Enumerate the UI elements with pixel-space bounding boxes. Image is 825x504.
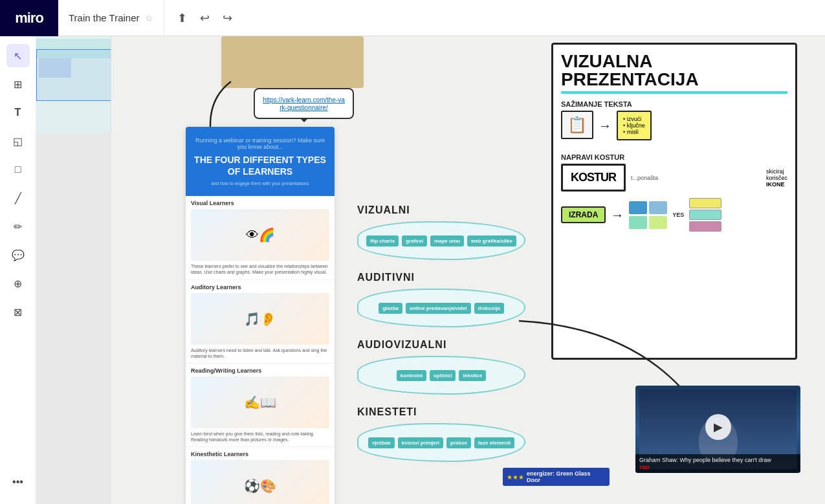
minimap-inner: [36, 36, 111, 133]
vizualni-tag-4: web grafika/slike: [467, 236, 516, 247]
auditory-learners-section: Auditory Learners 🎵👂 Auditory learners n…: [186, 280, 335, 364]
visual-learners-desc: These learners prefer to see and visuali…: [191, 263, 329, 275]
sticky-note-tool[interactable]: ◱: [6, 129, 30, 153]
auditivni-tag-3: diskusija: [474, 303, 504, 314]
vizualna-title: VIZUALNAPREZENTACIJA: [561, 52, 787, 94]
comment-tool[interactable]: 💬: [6, 243, 30, 267]
reading-learners-title: Reading/Writing Learners: [191, 367, 329, 374]
favorite-star-icon[interactable]: ☆: [145, 13, 153, 23]
energizer-badge[interactable]: ★★★ energizer: Green Glass Door: [503, 468, 610, 486]
topbar: miro Train the Trainer ☆ ⬆ ↩ ↪: [0, 0, 825, 36]
izrada-badge: IZRADA: [561, 206, 606, 223]
kinesteti-section: KINESTETI vježbae kvizovi primjeri praks…: [357, 406, 525, 462]
vizualni-tag-3: mape umu: [430, 236, 464, 247]
vark-diagram-area: VIZUALNI flip charts grafovi mape umu we…: [357, 204, 525, 504]
yes-label: YES: [672, 212, 684, 218]
infographic-card: Running a webinar or training session? M…: [186, 127, 335, 504]
redo-button[interactable]: ↪: [220, 8, 235, 28]
energizer-stars-icon: ★★★: [507, 474, 524, 481]
frames-tool[interactable]: ⊞: [6, 72, 30, 96]
upload-button[interactable]: ⬆: [175, 8, 190, 28]
auditory-learners-desc: Auditory learners need to listen and tal…: [191, 347, 329, 359]
visual-learners-title: Visual Learners: [191, 200, 329, 206]
vizualni-section: VIZUALNI flip charts grafovi mape umu we…: [357, 204, 525, 260]
kinesthetic-learners-title: Kinesthetic Learners: [191, 451, 329, 457]
box-yellow: [689, 198, 721, 208]
auditivni-tag-2: online predavanja/videi: [406, 303, 470, 314]
vizualna-prezentacija-panel: VIZUALNAPREZENTACIJA SAŽIMANJE TEKSTA 📋 …: [551, 43, 797, 360]
text-tool[interactable]: T: [6, 101, 30, 124]
video-thumbnail[interactable]: ▶ Graham Shaw: Why people believe they c…: [635, 386, 800, 473]
reading-learners-image: ✍📖: [191, 377, 329, 428]
pencil-tool[interactable]: ╱: [6, 186, 30, 210]
left-sidebar: ↖ ⊞ T ◱ □ ╱ ✏ 💬 ⊕ ⊠ •••: [0, 36, 36, 504]
box-teal: [689, 210, 721, 220]
energizer-text: energizer: Green Glass Door: [527, 470, 606, 483]
grid-tool[interactable]: ⊕: [6, 272, 30, 295]
skiciraj-label: skicirajkorisčecIKONE: [766, 168, 787, 188]
kinesteti-title: KINESTETI: [357, 406, 525, 418]
izrada-box-2: [649, 201, 667, 214]
audiovizualni-section: AUDIOVIZUALNI kontrolni upitnici tekstic…: [357, 339, 525, 395]
izrada-box-1: [629, 201, 647, 214]
toolbar-actions: ⬆ ↩ ↪: [164, 8, 245, 28]
audiovizualni-tag-3: tekstice: [459, 370, 486, 381]
auditivni-cloud: glazba online predavanja/videi diskusija: [357, 289, 525, 327]
more-tools[interactable]: •••: [6, 470, 30, 494]
card-header: Running a webinar or training session? M…: [186, 127, 335, 196]
minimap-panel: [36, 36, 111, 133]
kostur-subtitle: t...ponašta: [631, 175, 658, 181]
vark-link[interactable]: https://vark-learn.com/the-vark-question…: [263, 96, 345, 111]
sticky-note-box: • izvući• ključne• misli: [617, 111, 652, 140]
kinesthetic-learners-image: ⚽🎨: [191, 460, 329, 504]
vizualni-cloud: flip charts grafovi mape umu web grafika…: [357, 221, 525, 260]
kinesteti-tag-1: vježbae: [368, 437, 395, 448]
audiovizualni-tag-1: kontrolni: [397, 370, 426, 381]
kinesteti-tag-2: kvizovi primjeri: [398, 437, 443, 448]
kostur-row: NAPRAVI KOSTUR KOSTUR t...ponašta skicir…: [561, 153, 787, 192]
izrada-box-4: [649, 216, 667, 229]
audiovizualni-tag-2: upitnici: [430, 370, 456, 381]
card-sub-title: Running a webinar or training session? M…: [193, 137, 327, 150]
speech-bubble: https://vark-learn.com/the-vark-question…: [254, 88, 354, 119]
sazimanje-row: SAŽIMANJE TEKSTA 📋 → • izvući• ključne• …: [561, 100, 787, 147]
document-tab[interactable]: Train the Trainer ☆: [58, 0, 164, 36]
miro-logo[interactable]: miro: [0, 0, 58, 36]
tab-title: Train the Trainer: [69, 12, 140, 23]
vizualni-tag-1: flip charts: [366, 236, 399, 247]
box-pink: [689, 221, 721, 232]
visual-learners-section: Visual Learners 👁🌈 These learners prefer…: [186, 196, 335, 279]
vizualni-tag-2: grafovi: [402, 236, 427, 247]
main-canvas: https://vark-learn.com/the-vark-question…: [111, 36, 825, 504]
arrow-right-2-icon: →: [611, 208, 624, 223]
video-title-bar: Graham Shaw: Why people believe they can…: [635, 454, 800, 473]
audiovizualni-title: AUDIOVIZUALNI: [357, 339, 525, 351]
izrada-grid: [629, 201, 667, 229]
video-play-button[interactable]: ▶: [705, 414, 731, 440]
shapes-tool[interactable]: □: [6, 158, 30, 181]
kinesteti-tag-4: faze elementi: [474, 437, 514, 448]
auditivni-title: AUDITIVNI: [357, 272, 525, 283]
kostur-box: KOSTUR: [561, 164, 626, 192]
pen-tool[interactable]: ✏: [6, 215, 30, 238]
izrada-row: IZRADA → YES: [561, 198, 787, 232]
select-tool[interactable]: ↖: [6, 44, 30, 67]
video-source-label: TED: [639, 465, 797, 470]
izrada-box-3: [629, 216, 647, 229]
template-tool[interactable]: ⊠: [6, 300, 30, 323]
vizualni-title: VIZUALNI: [357, 204, 525, 216]
minimap-viewport-box: [36, 49, 111, 101]
kinesteti-cloud: vježbae kvizovi primjeri prakse faze ele…: [357, 423, 525, 462]
reading-learners-section: Reading/Writing Learners ✍📖 Learn best w…: [186, 364, 335, 447]
arrow-right-icon: →: [599, 118, 611, 133]
card-main-title: THE FOUR DIFFERENT TYPES OF LEARNERS: [193, 154, 327, 177]
audiovizualni-cloud: kontrolni upitnici tekstice: [357, 356, 525, 395]
notebook-icon-box: 📋: [561, 111, 593, 139]
izrada-right-boxes: [689, 198, 721, 232]
auditory-learners-image: 🎵👂: [191, 293, 329, 345]
undo-button[interactable]: ↩: [197, 8, 212, 28]
kinesthetic-learners-section: Kinesthetic Learners ⚽🎨 Hands-on, experi…: [186, 447, 335, 504]
card-description: and how to engage them with your present…: [193, 181, 327, 186]
auditivni-tag-1: glazba: [379, 303, 402, 314]
auditivni-section: AUDITIVNI glazba online predavanja/videi…: [357, 272, 525, 327]
